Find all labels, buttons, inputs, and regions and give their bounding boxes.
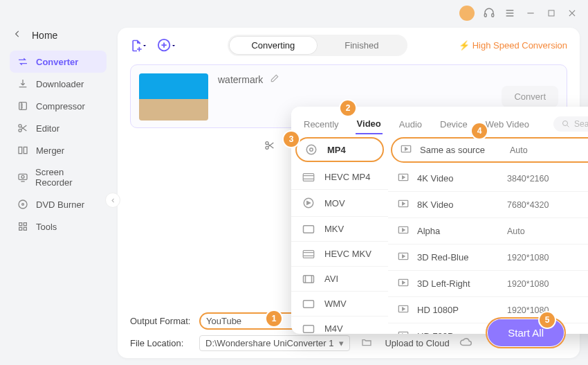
- sidebar-item-dvd-burner[interactable]: DVD Burner: [10, 193, 107, 215]
- open-folder-icon[interactable]: [361, 337, 372, 350]
- tab-finished[interactable]: Finished: [318, 36, 406, 55]
- sidebar-item-downloader[interactable]: Downloader: [10, 73, 107, 95]
- preset-label: Alpha: [417, 226, 500, 236]
- svg-rect-1: [492, 14, 494, 17]
- format-mov[interactable]: MOV: [291, 190, 388, 217]
- back-icon: [12, 29, 25, 41]
- svg-point-10: [19, 200, 27, 208]
- format-search[interactable]: Search: [553, 116, 588, 132]
- format-popover: RecentlyVideoAudioDeviceWeb VideoSearch …: [291, 107, 588, 334]
- preset-icon: [398, 305, 410, 315]
- format-mp4[interactable]: MP4: [295, 137, 384, 162]
- sidebar-item-screen-recorder[interactable]: Screen Recorder: [10, 161, 107, 193]
- format-avi[interactable]: AVI: [291, 267, 388, 292]
- cut-icon[interactable]: [264, 140, 275, 153]
- svg-point-9: [21, 175, 24, 178]
- preset-label: HD 1080P: [417, 305, 500, 315]
- sidebar-item-tools[interactable]: Tools: [10, 215, 107, 238]
- file-location-label: File Location:: [130, 338, 192, 348]
- preset-same-as-source[interactable]: Same as sourceAuto: [391, 137, 588, 163]
- sidebar-item-label: Merger: [36, 145, 64, 156]
- format-label: WMV: [324, 299, 347, 309]
- preset-3d-red-blue[interactable]: 3D Red-Blue1920*1080: [388, 244, 588, 271]
- format-icon: [301, 324, 316, 334]
- high-speed-conversion[interactable]: High Speed Conversion: [459, 40, 567, 51]
- preset-icon: [398, 278, 410, 289]
- avatar[interactable]: [459, 6, 475, 21]
- file-location-select[interactable]: D:\Wondershare UniConverter 1▾: [199, 335, 350, 351]
- edit-name-icon[interactable]: [270, 73, 279, 85]
- preset-icon: [398, 252, 410, 262]
- menu-icon[interactable]: [504, 7, 516, 19]
- format-tab-device[interactable]: Device: [439, 115, 469, 134]
- format-icon: [301, 197, 316, 209]
- editor-icon: [17, 123, 29, 134]
- file-thumbnail[interactable]: [139, 73, 208, 121]
- svg-rect-2: [549, 10, 554, 16]
- svg-rect-23: [303, 173, 314, 181]
- svg-rect-28: [304, 300, 314, 308]
- sidebar-item-compressor[interactable]: Compressor: [10, 95, 107, 117]
- sidebar-item-editor[interactable]: Editor: [10, 117, 107, 139]
- svg-rect-13: [24, 223, 26, 226]
- callout-5: 5: [540, 312, 555, 328]
- svg-point-22: [310, 148, 313, 152]
- format-label: HEVC MKV: [324, 249, 371, 259]
- screenrec-icon: [17, 172, 28, 183]
- format-hevc-mkv[interactable]: HEVC MKV: [291, 242, 388, 267]
- sidebar-item-merger[interactable]: Merger: [10, 139, 107, 161]
- converter-icon: [17, 56, 29, 67]
- format-wmv[interactable]: WMV: [291, 292, 388, 317]
- preset-label: 3D Left-Right: [417, 278, 500, 289]
- preset-label: 3D Red-Blue: [417, 252, 500, 262]
- preset-resolution: Auto: [507, 226, 588, 236]
- svg-rect-29: [304, 325, 314, 332]
- tab-converting[interactable]: Converting: [229, 36, 318, 55]
- format-tab-recently[interactable]: Recently: [302, 115, 340, 134]
- format-mkv[interactable]: MKV: [291, 217, 388, 242]
- preset-resolution: 1920*1080: [507, 253, 588, 262]
- format-label: MP4: [327, 145, 346, 155]
- headset-icon[interactable]: [483, 7, 495, 19]
- preset-4k-video[interactable]: 4K Video3840*2160: [388, 166, 588, 192]
- preset-label: 4K Video: [417, 173, 500, 184]
- format-tab-web-video[interactable]: Web Video: [484, 115, 531, 134]
- preset-resolution: 1920*1080: [507, 279, 588, 289]
- svg-rect-37: [398, 332, 407, 334]
- sidebar-item-label: DVD Burner: [36, 199, 84, 210]
- add-file-icon[interactable]: [130, 39, 147, 53]
- format-label: M4V: [324, 323, 343, 334]
- svg-rect-26: [303, 250, 314, 258]
- nav-home[interactable]: Home: [10, 28, 107, 51]
- format-label: MKV: [324, 224, 344, 234]
- format-label: HEVC MP4: [324, 172, 370, 182]
- close-button[interactable]: [566, 7, 578, 19]
- add-folder-icon[interactable]: [157, 38, 176, 53]
- preset-alpha[interactable]: AlphaAuto: [388, 218, 588, 244]
- format-icon: [301, 249, 316, 259]
- cloud-icon[interactable]: [459, 336, 472, 350]
- format-hevc-mp4[interactable]: HEVC MP4: [291, 165, 388, 190]
- preset-label: Same as source: [420, 145, 503, 155]
- convert-button[interactable]: Convert: [502, 86, 558, 107]
- tools-icon: [17, 221, 29, 232]
- svg-rect-0: [484, 14, 486, 17]
- preset-3d-left-right[interactable]: 3D Left-Right1920*1080: [388, 271, 588, 297]
- sidebar-collapse-handle[interactable]: [105, 193, 120, 208]
- minimize-button[interactable]: [524, 7, 537, 19]
- download-icon: [17, 78, 29, 89]
- sidebar: Home ConverterDownloaderCompressorEditor…: [0, 26, 113, 365]
- preset-resolution: Auto: [510, 145, 588, 155]
- format-tab-video[interactable]: Video: [356, 114, 383, 134]
- format-tab-audio[interactable]: Audio: [398, 115, 423, 134]
- svg-point-20: [563, 121, 568, 126]
- format-icon: [304, 143, 319, 156]
- preset-8k-video[interactable]: 8K Video7680*4320: [388, 192, 588, 218]
- preset-icon: [398, 331, 410, 334]
- format-m4v[interactable]: M4V: [291, 317, 388, 334]
- callout-4: 4: [472, 123, 487, 139]
- sidebar-item-converter[interactable]: Converter: [10, 51, 107, 73]
- output-format-select[interactable]: YouTube▾: [199, 312, 303, 330]
- svg-rect-8: [19, 174, 27, 179]
- maximize-button[interactable]: [545, 7, 558, 19]
